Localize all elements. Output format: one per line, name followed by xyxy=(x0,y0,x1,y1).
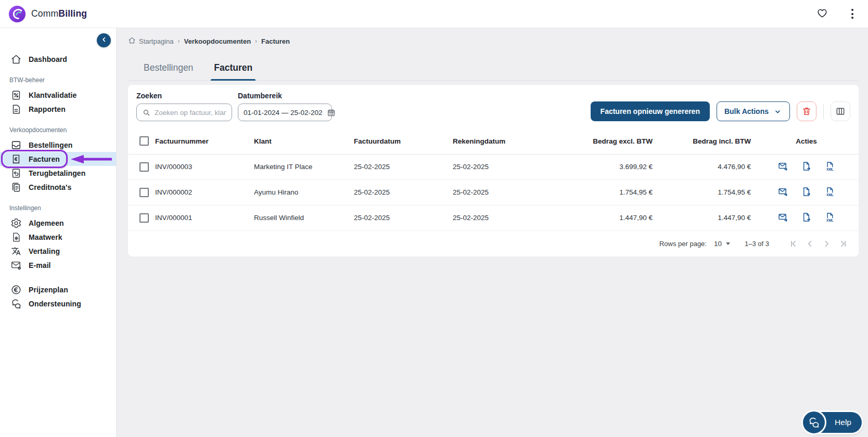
sidebar-item-prijzenplan[interactable]: Prijzenplan xyxy=(0,282,116,297)
sidebar-section-heading-instellingen: Instellingen xyxy=(0,204,116,212)
column-header-bedrag-incl[interactable]: Bedrag incl. BTW xyxy=(656,128,754,154)
invoice-euro-icon xyxy=(10,153,22,165)
sidebar-item-rapporten[interactable]: Rapporten xyxy=(0,102,116,116)
tab-bar: Bestellingen Facturen xyxy=(128,59,859,81)
sidebar-item-bestellingen[interactable]: Bestellingen xyxy=(0,138,116,152)
sidebar-item-ondersteuning[interactable]: Ondersteuning xyxy=(0,297,116,311)
search-label: Zoeken xyxy=(136,92,232,100)
breadcrumb-label: Startpagina xyxy=(139,37,174,45)
row-checkbox[interactable] xyxy=(139,213,149,223)
send-invoice-email-button[interactable] xyxy=(776,185,789,200)
download-xml-button[interactable]: XML xyxy=(823,185,836,200)
breadcrumb-home[interactable]: Startpagina xyxy=(128,36,174,46)
invoices-table: Factuurnummer Klant Factuurdatum Rekenin… xyxy=(128,128,859,231)
brand-logo[interactable]: CommBilling xyxy=(8,5,87,23)
table-row: INV/000001Russell Winfield25-02-202525-0… xyxy=(128,205,859,230)
help-button[interactable]: Help xyxy=(805,412,862,433)
download-xml-icon: XML xyxy=(824,186,835,199)
cell-rekeningdatum: 25-02-2025 xyxy=(453,179,553,205)
sidebar: DashboardBTW-beheerKlantvalidatieRapport… xyxy=(0,28,117,437)
sidebar-item-dashboard[interactable]: Dashboard xyxy=(0,52,116,66)
first-page-button[interactable] xyxy=(785,235,801,252)
export-invoice-button[interactable] xyxy=(800,185,813,200)
translate-icon xyxy=(10,246,22,257)
send-invoice-email-button[interactable] xyxy=(776,211,789,225)
toolbar: Facturen opnieuw genereren Bulk Actions xyxy=(591,101,850,121)
brand-name: CommBilling xyxy=(31,8,87,19)
date-range-input[interactable]: 01-01-2024 — 25-02-202 xyxy=(238,104,332,121)
topbar: CommBilling xyxy=(0,0,868,28)
search-input[interactable] xyxy=(155,109,226,117)
download-xml-button[interactable]: XML xyxy=(823,160,836,174)
send-invoice-email-button[interactable] xyxy=(776,160,789,174)
select-all-checkbox[interactable] xyxy=(139,136,149,146)
sidebar-item-label: Facturen xyxy=(29,155,60,163)
report-doc-icon xyxy=(10,104,22,115)
column-header-rekeningdatum[interactable]: Rekeningdatum xyxy=(453,128,553,154)
sidebar-item-algemeen[interactable]: Algemeen xyxy=(0,216,116,230)
last-page-button[interactable] xyxy=(835,235,851,252)
sidebar-item-label: Klantvalidatie xyxy=(29,91,76,99)
calendar-icon xyxy=(327,108,336,117)
favorites-button[interactable] xyxy=(814,6,831,22)
overflow-menu-button[interactable] xyxy=(844,6,861,22)
breadcrumb-verkoopdocumenten[interactable]: Verkoopdocumenten xyxy=(184,37,251,45)
export-invoice-button[interactable] xyxy=(800,160,813,174)
export-invoice-button[interactable] xyxy=(800,211,813,225)
sidebar-group: BTW-beheerKlantvalidatieRapporten xyxy=(0,76,116,116)
sidebar-item-maatwerk[interactable]: Maatwerk xyxy=(0,230,116,244)
row-actions: XML xyxy=(754,211,859,225)
trash-icon xyxy=(801,106,812,117)
search-icon xyxy=(142,108,151,117)
export-invoice-icon xyxy=(801,212,812,224)
bulk-actions-button[interactable]: Bulk Actions xyxy=(717,101,790,121)
svg-text:XML: XML xyxy=(826,192,834,196)
sidebar-collapse-button[interactable] xyxy=(97,33,111,47)
row-checkbox[interactable] xyxy=(139,188,149,197)
sidebar-item-label: Maatwerk xyxy=(29,233,62,241)
cell-rekeningdatum: 25-02-2025 xyxy=(453,205,553,230)
tab-facturen[interactable]: Facturen xyxy=(213,59,253,80)
next-page-icon xyxy=(822,239,832,249)
column-settings-button[interactable] xyxy=(831,101,850,121)
column-header-factuurdatum[interactable]: Factuurdatum xyxy=(354,128,453,154)
sidebar-section-heading-verkoopdocumenten: Verkoopdocumenten xyxy=(0,126,116,134)
breadcrumb-facturen: Facturen xyxy=(261,37,290,45)
sidebar-item-label: Terugbetalingen xyxy=(29,169,85,177)
svg-text:XML: XML xyxy=(826,167,834,171)
column-header-factuurnummer[interactable]: Factuurnummer xyxy=(155,128,254,154)
column-header-bedrag-excl[interactable]: Bedrag excl. BTW xyxy=(553,128,656,154)
sidebar-item-facturen[interactable]: Facturen xyxy=(0,152,116,166)
breadcrumb-separator-icon: › xyxy=(255,37,257,45)
cell-bedrag-excl: 1.754,95 € xyxy=(553,179,656,205)
delete-selected-button[interactable] xyxy=(797,101,816,121)
first-page-icon xyxy=(788,239,798,249)
sidebar-item-e-mail[interactable]: E-mail xyxy=(0,258,116,272)
sidebar-item-label: Ondersteuning xyxy=(29,300,81,308)
tab-bestellingen[interactable]: Bestellingen xyxy=(143,59,194,80)
column-header-klant[interactable]: Klant xyxy=(254,128,354,154)
sidebar-group: PrijzenplanOndersteuning xyxy=(0,282,116,311)
commbilling-logo-icon xyxy=(8,5,26,23)
row-checkbox[interactable] xyxy=(139,162,149,172)
home-icon xyxy=(10,54,22,65)
euro-circle-icon xyxy=(10,284,22,295)
previous-page-button[interactable] xyxy=(801,235,818,252)
sidebar-item-vertaling[interactable]: Vertaling xyxy=(0,244,116,258)
sidebar-group: Dashboard xyxy=(0,52,116,66)
column-header-acties: Acties xyxy=(754,128,859,154)
sidebar-item-label: Rapporten xyxy=(29,105,66,113)
regenerate-invoices-button[interactable]: Facturen opnieuw genereren xyxy=(591,101,710,121)
send-invoice-email-icon xyxy=(777,212,788,224)
download-xml-button[interactable]: XML xyxy=(823,211,836,225)
send-invoice-email-icon xyxy=(777,161,788,173)
rows-per-page-select[interactable]: 10 xyxy=(714,240,730,248)
sidebar-item-terugbetalingen[interactable]: Terugbetalingen xyxy=(0,166,116,180)
cell-klant: Ayumu Hirano xyxy=(254,179,354,205)
next-page-button[interactable] xyxy=(818,235,835,252)
doc-gear-icon xyxy=(10,232,22,243)
cell-bedrag-excl: 3.699,92 € xyxy=(553,154,656,179)
caret-down-icon xyxy=(726,242,730,245)
sidebar-item-klantvalidatie[interactable]: Klantvalidatie xyxy=(0,88,116,102)
sidebar-item-creditnota-s[interactable]: Creditnota's xyxy=(0,180,116,194)
